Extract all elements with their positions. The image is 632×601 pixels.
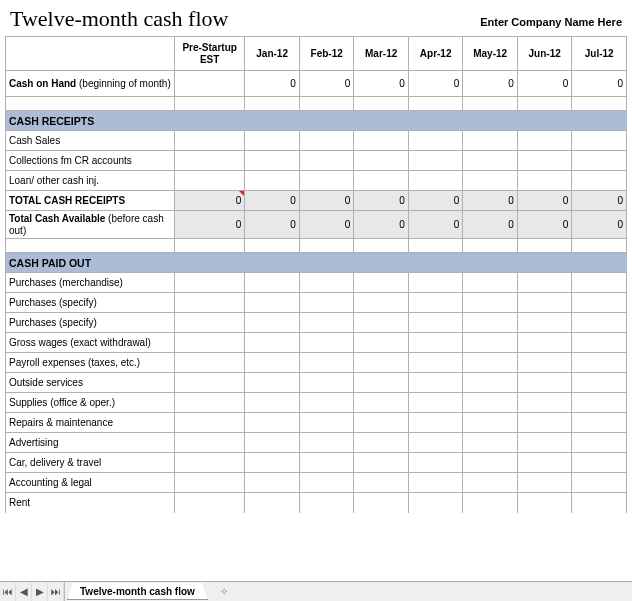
cell[interactable]: [299, 171, 354, 191]
cell[interactable]: [463, 313, 518, 333]
cell[interactable]: [245, 151, 300, 171]
cell[interactable]: [174, 313, 245, 333]
cell[interactable]: [517, 473, 572, 493]
cell[interactable]: [174, 413, 245, 433]
cell[interactable]: [245, 413, 300, 433]
cell[interactable]: [174, 433, 245, 453]
month-header[interactable]: Jan-12: [245, 37, 300, 71]
cell[interactable]: 0: [463, 71, 518, 97]
cell[interactable]: 0: [354, 71, 409, 97]
cell[interactable]: 0: [245, 191, 300, 211]
cell[interactable]: [299, 313, 354, 333]
cell[interactable]: [245, 393, 300, 413]
cell[interactable]: [299, 433, 354, 453]
cell[interactable]: [463, 433, 518, 453]
cell[interactable]: [408, 313, 463, 333]
cell[interactable]: 0: [463, 191, 518, 211]
cell[interactable]: [299, 333, 354, 353]
cell[interactable]: [463, 393, 518, 413]
cell[interactable]: [354, 293, 409, 313]
cell[interactable]: [174, 71, 245, 97]
cell[interactable]: [463, 293, 518, 313]
cell[interactable]: [517, 131, 572, 151]
cell[interactable]: [245, 333, 300, 353]
month-header[interactable]: Apr-12: [408, 37, 463, 71]
cell[interactable]: [572, 151, 627, 171]
cell[interactable]: [572, 473, 627, 493]
cell[interactable]: [354, 413, 409, 433]
cell[interactable]: [299, 293, 354, 313]
cell[interactable]: [463, 413, 518, 433]
cell[interactable]: 0: [299, 191, 354, 211]
cell[interactable]: [354, 433, 409, 453]
cell[interactable]: [245, 453, 300, 473]
cell[interactable]: [245, 131, 300, 151]
cell[interactable]: [408, 171, 463, 191]
cell[interactable]: [408, 373, 463, 393]
cell[interactable]: [572, 493, 627, 513]
cell[interactable]: 0: [517, 211, 572, 239]
cell[interactable]: [408, 333, 463, 353]
cell[interactable]: [408, 353, 463, 373]
cell[interactable]: [517, 413, 572, 433]
cell[interactable]: [572, 313, 627, 333]
cell[interactable]: [517, 393, 572, 413]
cell[interactable]: [245, 353, 300, 373]
cell[interactable]: [245, 473, 300, 493]
cell[interactable]: [299, 453, 354, 473]
cell[interactable]: [354, 333, 409, 353]
cell[interactable]: [245, 433, 300, 453]
cell[interactable]: [299, 353, 354, 373]
cell[interactable]: [463, 453, 518, 473]
cell[interactable]: [572, 413, 627, 433]
cell[interactable]: [463, 493, 518, 513]
cell[interactable]: 0: [408, 191, 463, 211]
cell[interactable]: [245, 493, 300, 513]
cell[interactable]: [354, 493, 409, 513]
sheet-tab[interactable]: Twelve-month cash flow: [67, 583, 208, 600]
cell[interactable]: [517, 293, 572, 313]
cell[interactable]: [299, 413, 354, 433]
cell[interactable]: [463, 353, 518, 373]
cell[interactable]: [517, 453, 572, 473]
cell[interactable]: [408, 453, 463, 473]
cell[interactable]: [354, 171, 409, 191]
cell[interactable]: [572, 433, 627, 453]
cell[interactable]: 0: [572, 191, 627, 211]
est-header[interactable]: Pre-Startup EST: [174, 37, 245, 71]
cell[interactable]: [572, 131, 627, 151]
cell[interactable]: [174, 493, 245, 513]
cell[interactable]: [463, 273, 518, 293]
cell[interactable]: 0: [245, 71, 300, 97]
cell[interactable]: [354, 131, 409, 151]
cell[interactable]: [408, 433, 463, 453]
last-tab-icon[interactable]: ⏭: [48, 582, 64, 601]
cell[interactable]: [174, 273, 245, 293]
cell[interactable]: [463, 171, 518, 191]
cell[interactable]: [572, 353, 627, 373]
cell[interactable]: 0: [354, 211, 409, 239]
cell[interactable]: [174, 453, 245, 473]
cell[interactable]: 0: [354, 191, 409, 211]
month-header[interactable]: May-12: [463, 37, 518, 71]
cell[interactable]: [245, 373, 300, 393]
cell[interactable]: 0: [174, 191, 245, 211]
cell[interactable]: 0: [517, 71, 572, 97]
cell[interactable]: 0: [517, 191, 572, 211]
cell[interactable]: [572, 333, 627, 353]
cell[interactable]: [245, 273, 300, 293]
cell[interactable]: [245, 293, 300, 313]
cell[interactable]: 0: [299, 211, 354, 239]
cell[interactable]: [572, 171, 627, 191]
prev-tab-icon[interactable]: ◀: [16, 582, 32, 601]
cell[interactable]: [517, 493, 572, 513]
cell[interactable]: [174, 373, 245, 393]
cell[interactable]: [517, 433, 572, 453]
cell[interactable]: [354, 151, 409, 171]
cell[interactable]: [354, 393, 409, 413]
first-tab-icon[interactable]: ⏮: [0, 582, 16, 601]
cell[interactable]: [354, 353, 409, 373]
cell[interactable]: 0: [572, 71, 627, 97]
cell[interactable]: 0: [463, 211, 518, 239]
cell[interactable]: [408, 131, 463, 151]
